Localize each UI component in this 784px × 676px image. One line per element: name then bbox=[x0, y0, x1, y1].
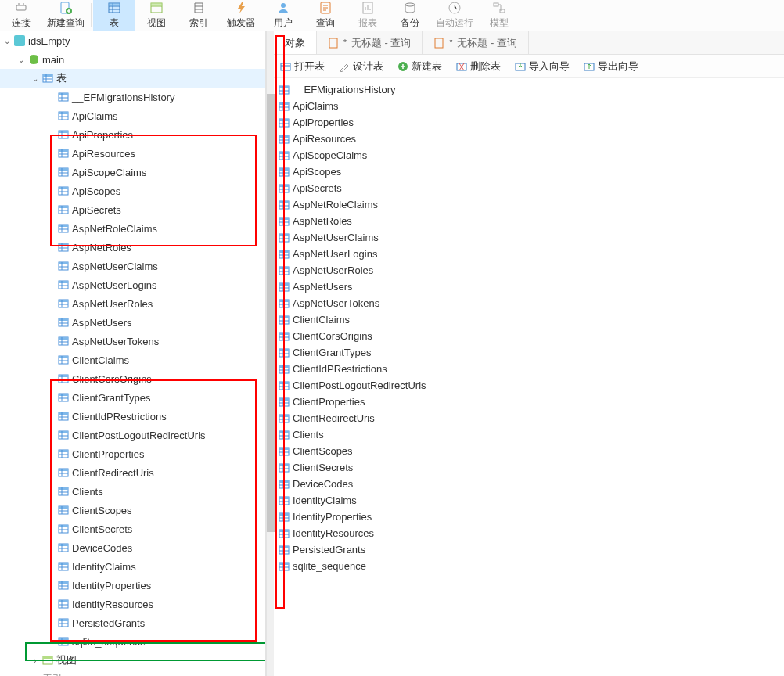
object-list-item[interactable]: IdentityProperties bbox=[279, 509, 779, 525]
tree-table-item[interactable]: ApiProperties bbox=[0, 125, 265, 144]
tree-table-item[interactable]: AspNetUsers bbox=[0, 313, 265, 332]
open-table-button[interactable]: 打开表 bbox=[280, 59, 325, 74]
tree-views-folder[interactable]: › 视图 bbox=[0, 651, 265, 670]
delete-table-button[interactable]: 删除表 bbox=[456, 59, 501, 74]
tree-table-item[interactable]: ClientClaims bbox=[0, 351, 265, 369]
tree-table-item[interactable]: ApiSecrets bbox=[0, 200, 265, 219]
object-list-item[interactable]: AspNetRoleClaims bbox=[279, 196, 779, 213]
tab-untitled-2[interactable]: * 无标题 - 查询 bbox=[423, 31, 528, 54]
object-list-item[interactable]: ClientSecrets bbox=[279, 459, 779, 476]
tree-table-item[interactable]: ApiScopeClaims bbox=[0, 163, 265, 182]
object-list-item[interactable]: ApiSecrets bbox=[279, 180, 779, 196]
tree-tables-folder[interactable]: ⌄ 表 bbox=[0, 69, 265, 88]
svg-rect-94 bbox=[279, 135, 289, 138]
object-list-item[interactable]: AspNetUserLogins bbox=[279, 246, 779, 262]
tree-table-item[interactable]: AspNetUserLogins bbox=[0, 275, 265, 294]
toolbar-trigger[interactable]: 触发器 bbox=[220, 0, 262, 31]
object-list-item[interactable]: ClientClaims bbox=[279, 311, 779, 328]
tree-table-item[interactable]: AspNetUserTokens bbox=[0, 332, 265, 351]
tree-table-item[interactable]: IdentityProperties bbox=[0, 576, 265, 595]
tree-table-item[interactable]: ApiClaims bbox=[0, 106, 265, 125]
tree-table-item[interactable]: ClientProperties bbox=[0, 444, 265, 463]
tree-table-item[interactable]: ClientGrantTypes bbox=[0, 388, 265, 407]
chevron-down-icon: ⌄ bbox=[17, 56, 25, 64]
object-list-item[interactable]: ClientGrantTypes bbox=[279, 344, 779, 361]
tree-table-item[interactable]: ApiResources bbox=[0, 144, 265, 163]
object-list-item[interactable]: ApiScopes bbox=[279, 164, 779, 180]
object-list-item[interactable]: ClientScopes bbox=[279, 443, 779, 459]
object-list-item[interactable]: DeviceCodes bbox=[279, 476, 779, 492]
svg-rect-134 bbox=[279, 464, 289, 466]
tree-table-item[interactable]: Clients bbox=[0, 482, 265, 501]
object-list-item[interactable]: AspNetUsers bbox=[279, 279, 779, 295]
toolbar-auto[interactable]: 自动运行 bbox=[431, 0, 478, 31]
import-wizard-button[interactable]: 导入向导 bbox=[515, 59, 570, 74]
tree-last-folder[interactable]: 索引 bbox=[0, 670, 265, 676]
tree-table-item[interactable]: ApiScopes bbox=[0, 182, 265, 200]
tree-table-item[interactable]: AspNetRoleClaims bbox=[0, 219, 265, 238]
object-list-item[interactable]: AspNetUserTokens bbox=[279, 295, 779, 311]
object-list-item[interactable]: ApiResources bbox=[279, 131, 779, 147]
tree-table-item[interactable]: AspNetUserClaims bbox=[0, 257, 265, 275]
design-icon bbox=[339, 61, 350, 72]
table-icon bbox=[279, 315, 290, 325]
object-list-item[interactable]: ApiClaims bbox=[279, 98, 779, 114]
toolbar-index[interactable]: 索引 bbox=[178, 0, 220, 31]
toolbar-connect[interactable]: 连接 bbox=[0, 0, 42, 31]
object-list-item[interactable]: ClientProperties bbox=[279, 394, 779, 410]
object-list-item[interactable]: ClientRedirectUris bbox=[279, 410, 779, 426]
table-icon bbox=[58, 523, 69, 534]
tree-table-item[interactable]: ClientIdPRestrictions bbox=[0, 407, 265, 426]
object-list-item[interactable]: AspNetUserRoles bbox=[279, 262, 779, 279]
tree-table-item[interactable]: __EFMigrationsHistory bbox=[0, 88, 265, 106]
object-list-item[interactable]: ClientCorsOrigins bbox=[279, 328, 779, 344]
tree-table-item[interactable]: IdentityClaims bbox=[0, 557, 265, 576]
toolbar-new-query[interactable]: 新建查询 bbox=[42, 0, 89, 31]
tree-table-item[interactable]: ClientScopes bbox=[0, 501, 265, 520]
toolbar-backup[interactable]: 备份 bbox=[389, 0, 431, 31]
object-list-item[interactable]: AspNetRoles bbox=[279, 213, 779, 229]
tree-table-item[interactable]: PersistedGrants bbox=[0, 613, 265, 632]
toolbar-query[interactable]: 查询 bbox=[304, 0, 347, 31]
svg-rect-75 bbox=[59, 619, 68, 621]
toolbar-view[interactable]: 视图 bbox=[135, 0, 178, 31]
tree-table-item[interactable]: ClientSecrets bbox=[0, 520, 265, 538]
tree-table-item[interactable]: sqlite_sequence bbox=[0, 632, 265, 651]
object-list-item[interactable]: ApiProperties bbox=[279, 114, 779, 131]
tree-table-item[interactable]: DeviceCodes bbox=[0, 538, 265, 557]
scrollbar[interactable] bbox=[266, 31, 274, 676]
tab-objects[interactable]: 对象 bbox=[274, 31, 317, 54]
tab-untitled-1[interactable]: * 无标题 - 查询 bbox=[317, 31, 423, 54]
object-list-item[interactable]: ClientPostLogoutRedirectUris bbox=[279, 377, 779, 394]
object-list-item[interactable]: AspNetUserClaims bbox=[279, 229, 779, 246]
toolbar-user[interactable]: 用户 bbox=[262, 0, 304, 31]
trigger-icon bbox=[234, 1, 248, 15]
tree-table-item[interactable]: AspNetRoles bbox=[0, 238, 265, 257]
tree-schema[interactable]: ⌄ main bbox=[0, 50, 265, 69]
object-list-item[interactable]: ClientIdPRestrictions bbox=[279, 361, 779, 377]
toolbar-table[interactable]: 表 bbox=[93, 0, 135, 31]
tree-table-item[interactable]: ClientPostLogoutRedirectUris bbox=[0, 426, 265, 444]
design-table-button[interactable]: 设计表 bbox=[339, 59, 383, 74]
tree-table-item[interactable]: AspNetUserRoles bbox=[0, 294, 265, 313]
toolbar-model[interactable]: 模型 bbox=[478, 0, 520, 31]
object-list-item[interactable]: IdentityResources bbox=[279, 525, 779, 541]
object-list-item[interactable]: ApiScopeClaims bbox=[279, 147, 779, 164]
export-wizard-button[interactable]: 导出向导 bbox=[584, 59, 638, 74]
new-table-button[interactable]: 新建表 bbox=[397, 59, 442, 74]
object-list-item[interactable]: Clients bbox=[279, 426, 779, 443]
table-icon bbox=[58, 617, 69, 628]
table-icon bbox=[279, 380, 290, 391]
object-list-item[interactable]: IdentityClaims bbox=[279, 492, 779, 509]
tree-table-item[interactable]: ClientCorsOrigins bbox=[0, 369, 265, 388]
tree-table-item[interactable]: ClientRedirectUris bbox=[0, 463, 265, 482]
svg-rect-140 bbox=[279, 513, 289, 516]
svg-rect-12 bbox=[494, 3, 498, 6]
object-list-item[interactable]: __EFMigrationsHistory bbox=[279, 81, 779, 98]
svg-rect-17 bbox=[43, 74, 52, 77]
toolbar-report[interactable]: 报表 bbox=[347, 0, 389, 31]
tree-table-item[interactable]: IdentityResources bbox=[0, 595, 265, 613]
object-list-item[interactable]: sqlite_sequence bbox=[279, 558, 779, 574]
tree-database[interactable]: ⌄ idsEmpty bbox=[0, 31, 265, 50]
object-list-item[interactable]: PersistedGrants bbox=[279, 541, 779, 558]
